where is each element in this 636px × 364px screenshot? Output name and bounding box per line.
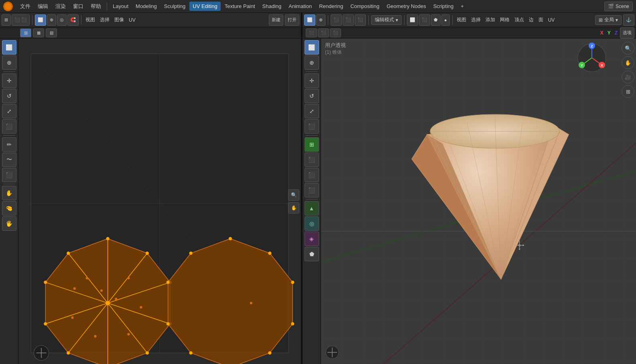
pan-button[interactable]: ✋ (622, 56, 634, 69)
vp-tool-move[interactable]: ✛ (305, 73, 319, 88)
z-axis-btn[interactable]: Z (613, 30, 619, 36)
tool-pinch[interactable]: 🤏 (2, 201, 16, 216)
svg-point-23 (67, 351, 70, 354)
x-axis-btn[interactable]: X (599, 30, 605, 36)
shading-wire[interactable]: ⬜ (407, 14, 418, 26)
vp-shading2[interactable]: ⬟ (305, 247, 319, 261)
tool-transform[interactable]: ⬛ (2, 119, 16, 134)
vp-icon2[interactable]: ⬛ (343, 14, 354, 26)
vp-measure[interactable]: ◎ (305, 216, 319, 231)
uv-tab-face[interactable]: ▧ (46, 28, 57, 37)
vp-header: ⬜ ⊕ ⬛ ⬛ ⬛ 编辑模式 ▾ ⬜ ⬛ ⬟ (303, 13, 636, 27)
uv-select-tool[interactable]: ⬜ (35, 14, 46, 26)
edge-select-btn[interactable]: ⬛ (318, 28, 329, 37)
3d-viewport-canvas[interactable]: ⬜ ⊕ ✛ ↺ ⤢ ⬛ ⊞ ⬛ ⬛ ⬛ ▲ ◎ ◈ ⬟ (303, 39, 636, 364)
vp-icon1[interactable]: ⬛ (331, 14, 342, 26)
svg-point-18 (146, 252, 149, 255)
orientation-gizmo[interactable]: Z X Y (576, 42, 608, 74)
tool-curve[interactable]: 〜 (2, 153, 16, 167)
uv-tab-edge[interactable]: ▦ (33, 28, 44, 37)
vp-tool-scale[interactable]: ⤢ (305, 104, 319, 118)
workspace-texture-paint[interactable]: Texture Paint (221, 2, 258, 11)
shading-render[interactable]: ● (441, 14, 450, 26)
uv-canvas[interactable] (18, 39, 301, 364)
menu-render[interactable]: 渲染 (52, 1, 69, 12)
camera-button[interactable]: 🎥 (622, 71, 634, 83)
new-image-btn[interactable]: 新建 (269, 14, 283, 26)
vp-select-tool[interactable]: ⬜ (304, 14, 315, 26)
vp-tool-cursor[interactable]: ⊕ (305, 55, 319, 70)
vp-mode-wire[interactable]: ⬛ (305, 168, 319, 182)
menu-file[interactable]: 文件 (17, 1, 34, 12)
tool-rotate[interactable]: ↺ (2, 89, 16, 103)
workspace-rendering[interactable]: Rendering (316, 2, 346, 11)
uv-image-label[interactable]: 图像 (113, 16, 126, 23)
shading-material[interactable]: ⬟ (431, 14, 441, 26)
uv-view-type[interactable]: ⬛ ⬛ (12, 14, 30, 26)
vp-icon3[interactable]: ⬛ (355, 14, 366, 26)
grid-button[interactable]: ⊞ (622, 85, 634, 98)
tool-cursor[interactable]: ⊕ (2, 55, 16, 70)
workspace-animation[interactable]: Animation (285, 2, 315, 11)
tool-move[interactable]: ✛ (2, 73, 16, 88)
menu-window[interactable]: 窗口 (70, 1, 87, 12)
uv-cursor-tool[interactable]: ⊕ (47, 14, 56, 26)
tool-relax[interactable]: 🖐 (2, 216, 16, 231)
vp-tool-rotate[interactable]: ↺ (305, 89, 319, 103)
workspace-sculpting[interactable]: Sculpting (161, 2, 189, 11)
svg-marker-71 (523, 244, 524, 246)
workspace-uv-editing[interactable]: UV Editing (189, 2, 220, 11)
svg-point-31 (94, 335, 96, 338)
menu-edit[interactable]: 编辑 (35, 1, 51, 12)
transform-pivot[interactable]: ⚓ (623, 14, 634, 26)
pan-btn[interactable]: ✋ (288, 202, 299, 214)
zoom-button[interactable]: 🔍 (622, 42, 634, 55)
vp-tool-select[interactable]: ⬜ (305, 40, 319, 55)
uv-mode-selector[interactable]: ⊞ (2, 14, 11, 26)
open-image-btn[interactable]: 打开 (285, 14, 299, 26)
vp-select-menu[interactable]: 选择 (469, 16, 482, 23)
vp-view-menu[interactable]: 视图 (455, 16, 468, 23)
workspace-shading[interactable]: Shading (259, 2, 285, 11)
shading-solid[interactable]: ⬛ (419, 14, 430, 26)
tool-rasterize[interactable]: ⬛ (2, 168, 16, 182)
tool-grab[interactable]: ✋ (2, 186, 16, 200)
transform-orientation[interactable]: ⊞ 全局 ▾ (595, 15, 622, 25)
vp-mode-solid[interactable]: ⬛ (305, 153, 319, 167)
workspace-compositing[interactable]: Compositing (347, 2, 382, 11)
workspace-layout[interactable]: Layout (110, 2, 132, 11)
vp-mode-mat[interactable]: ⬛ (305, 183, 319, 197)
vp-edge-menu[interactable]: 边 (527, 16, 535, 23)
vp-annotate2[interactable]: ▲ (305, 201, 319, 216)
workspace-scripting[interactable]: Scripting (430, 2, 457, 11)
uv-snap[interactable]: 🧲 (67, 14, 79, 26)
vp-uv-menu[interactable]: UV (547, 17, 557, 23)
edit-mode-dropdown[interactable]: 编辑模式 ▾ (371, 15, 402, 25)
uv-tab-vert[interactable]: ▥ (20, 28, 31, 37)
face-select-btn[interactable]: ⬛ (330, 28, 341, 37)
vp-tool-transform[interactable]: ⬛ (305, 119, 319, 134)
view-options-btn[interactable]: 选项 (620, 27, 634, 39)
vp-mesh-menu[interactable]: 网格 (498, 16, 511, 23)
tool-select-box[interactable]: ⬜ (2, 40, 16, 55)
tool-scale[interactable]: ⤢ (2, 104, 16, 118)
scene-selector[interactable]: 🎬 Scene (604, 2, 633, 11)
menu-help[interactable]: 帮助 (87, 1, 104, 12)
vp-overlay-btn[interactable]: ⊕ (316, 14, 325, 26)
tool-annotate[interactable]: ✏ (2, 137, 16, 152)
workspace-geometry-nodes[interactable]: Geometry Nodes (383, 2, 429, 11)
workspace-add[interactable]: + (457, 2, 467, 11)
vp-add-menu[interactable]: 添加 (484, 16, 497, 23)
y-axis-btn[interactable]: Y (606, 30, 612, 36)
vp-texture[interactable]: ◈ (305, 232, 319, 246)
workspace-modeling[interactable]: Modeling (132, 2, 160, 11)
vert-select-btn[interactable]: ⬛ (306, 28, 317, 37)
uv-select-label[interactable]: 选择 (98, 16, 111, 23)
zoom-in-btn[interactable]: 🔍 (288, 189, 299, 201)
vp-face-menu[interactable]: 面 (537, 16, 545, 23)
vp-add-cube[interactable]: ⊞ (305, 137, 319, 152)
uv-proportional[interactable]: ◎ (57, 14, 67, 26)
uv-editor-panel: ⊞ ⬛ ⬛ ⬜ ⊕ ◎ 🧲 视图 选择 图像 UV (0, 13, 301, 364)
vp-vertex-menu[interactable]: 顶点 (513, 16, 526, 23)
uv-uv-label[interactable]: UV (127, 17, 137, 23)
